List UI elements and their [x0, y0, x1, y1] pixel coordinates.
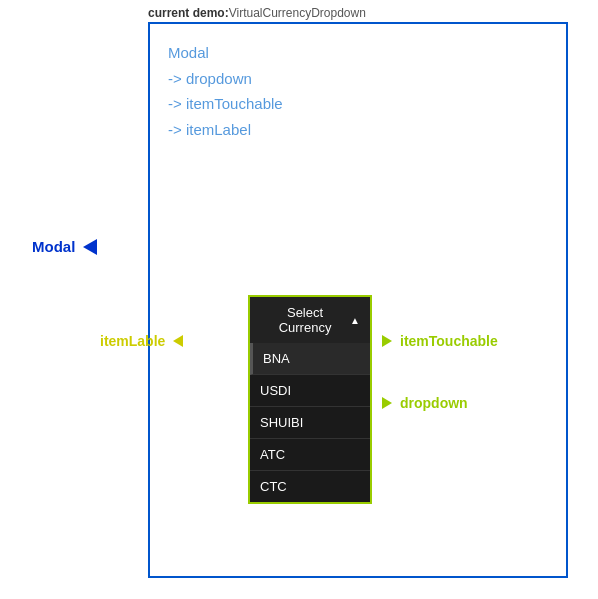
dropdown-arrow-label-icon: [382, 397, 392, 409]
hierarchy-text: Modal -> dropdown -> itemTouchable -> it…: [168, 40, 283, 142]
itemlable-label: itemLable: [100, 333, 165, 349]
hierarchy-line-1: Modal: [168, 40, 283, 66]
current-demo-value: VirtualCurrencyDropdown: [229, 6, 366, 20]
itemlable-label-group: itemLable: [100, 333, 183, 349]
dropdown-label-group: dropdown: [382, 395, 468, 411]
list-item[interactable]: USDI: [250, 375, 370, 407]
hierarchy-line-4: -> itemLabel: [168, 117, 283, 143]
list-item[interactable]: CTC: [250, 471, 370, 502]
itemtouchable-label: itemTouchable: [400, 333, 498, 349]
modal-label-group: Modal: [32, 238, 97, 255]
current-demo-label: current demo:VirtualCurrencyDropdown: [148, 6, 366, 20]
modal-arrow-icon: [83, 239, 97, 255]
list-item[interactable]: ATC: [250, 439, 370, 471]
select-currency-label: Select Currency: [260, 305, 350, 335]
current-demo-key: current demo:: [148, 6, 229, 20]
list-item[interactable]: BNA: [250, 343, 370, 375]
dropdown-arrow-icon: ▲: [350, 315, 360, 326]
dropdown-container: Select Currency ▲ BNA USDI SHUIBI ATC CT…: [248, 295, 372, 504]
select-currency-button[interactable]: Select Currency ▲: [250, 297, 370, 343]
modal-label: Modal: [32, 238, 75, 255]
hierarchy-line-2: -> dropdown: [168, 66, 283, 92]
currency-list: BNA USDI SHUIBI ATC CTC: [250, 343, 370, 502]
itemlable-arrow-icon: [173, 335, 183, 347]
itemtouchable-label-group: itemTouchable: [382, 333, 498, 349]
list-item[interactable]: SHUIBI: [250, 407, 370, 439]
itemtouchable-arrow-icon: [382, 335, 392, 347]
hierarchy-line-3: -> itemTouchable: [168, 91, 283, 117]
dropdown-label: dropdown: [400, 395, 468, 411]
